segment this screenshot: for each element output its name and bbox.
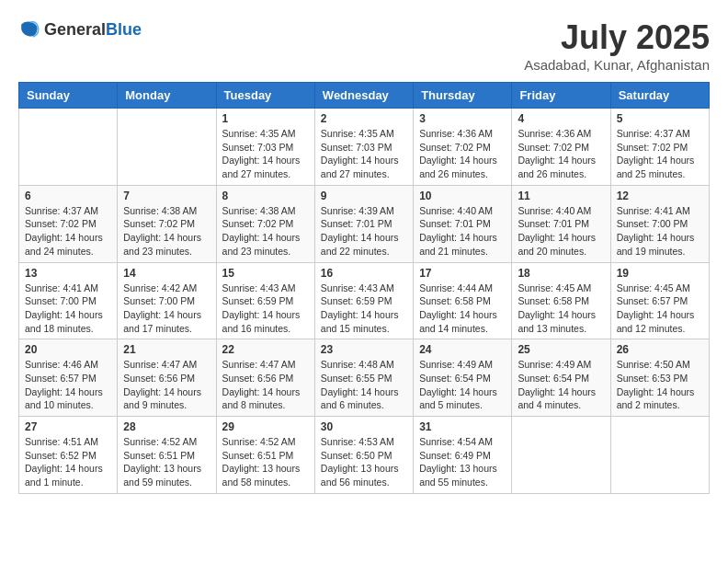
daylight: Daylight: 14 hours and 20 minutes.	[518, 232, 596, 257]
daylight: Daylight: 14 hours and 21 minutes.	[419, 232, 497, 257]
cell-content: Sunrise: 4:39 AM Sunset: 7:01 PM Dayligh…	[321, 204, 407, 259]
calendar-cell: 11 Sunrise: 4:40 AM Sunset: 7:01 PM Dayl…	[512, 185, 610, 262]
day-number: 17	[419, 267, 506, 280]
sunrise: Sunrise: 4:38 AM	[222, 205, 296, 216]
sunrise: Sunrise: 4:51 AM	[25, 436, 98, 447]
cell-content: Sunrise: 4:46 AM Sunset: 6:57 PM Dayligh…	[25, 358, 111, 412]
sunrise: Sunrise: 4:40 AM	[518, 205, 591, 216]
sunrise: Sunrise: 4:45 AM	[518, 282, 591, 293]
daylight: Daylight: 13 hours and 56 minutes.	[321, 463, 399, 488]
daylight: Daylight: 14 hours and 8 minutes.	[222, 386, 301, 411]
weekday-header-sunday: Sunday	[19, 83, 118, 109]
logo-blue: Blue	[106, 20, 142, 39]
daylight: Daylight: 14 hours and 24 minutes.	[25, 232, 103, 257]
day-number: 9	[321, 190, 407, 202]
calendar-cell: 10 Sunrise: 4:40 AM Sunset: 7:01 PM Dayl…	[414, 185, 512, 262]
day-number: 12	[617, 190, 703, 202]
month-title: July 2025	[524, 18, 710, 57]
sunrise: Sunrise: 4:49 AM	[419, 359, 493, 370]
sunrise: Sunrise: 4:52 AM	[123, 436, 197, 447]
sunrise: Sunrise: 4:48 AM	[321, 359, 394, 370]
calendar-cell: 31 Sunrise: 4:54 AM Sunset: 6:49 PM Dayl…	[414, 417, 512, 494]
sunrise: Sunrise: 4:54 AM	[419, 436, 493, 447]
sunrise: Sunrise: 4:35 AM	[222, 128, 296, 139]
cell-content: Sunrise: 4:41 AM Sunset: 7:00 PM Dayligh…	[617, 204, 703, 259]
cell-content: Sunrise: 4:54 AM Sunset: 6:49 PM Dayligh…	[419, 435, 506, 489]
daylight: Daylight: 14 hours and 27 minutes.	[222, 155, 301, 179]
calendar-cell: 1 Sunrise: 4:35 AM Sunset: 7:03 PM Dayli…	[216, 109, 314, 186]
day-number: 5	[617, 112, 703, 125]
cell-content: Sunrise: 4:41 AM Sunset: 7:00 PM Dayligh…	[25, 282, 111, 336]
sunrise: Sunrise: 4:40 AM	[419, 205, 493, 216]
daylight: Daylight: 14 hours and 4 minutes.	[518, 386, 596, 411]
sunrise: Sunrise: 4:36 AM	[518, 128, 591, 139]
sunset: Sunset: 6:53 PM	[617, 373, 688, 384]
calendar-cell: 12 Sunrise: 4:41 AM Sunset: 7:00 PM Dayl…	[610, 185, 709, 262]
sunset: Sunset: 6:54 PM	[419, 373, 491, 384]
day-number: 30	[321, 420, 407, 433]
sunrise: Sunrise: 4:37 AM	[617, 128, 690, 139]
logo-icon	[18, 18, 40, 40]
calendar-cell: 22 Sunrise: 4:47 AM Sunset: 6:56 PM Dayl…	[216, 339, 314, 417]
day-number: 21	[123, 343, 210, 356]
sunrise: Sunrise: 4:49 AM	[518, 359, 591, 370]
day-number: 23	[321, 343, 407, 356]
day-number: 18	[518, 267, 604, 280]
daylight: Daylight: 13 hours and 59 minutes.	[123, 463, 201, 488]
daylight: Daylight: 14 hours and 15 minutes.	[321, 309, 399, 334]
cell-content: Sunrise: 4:35 AM Sunset: 7:03 PM Dayligh…	[222, 127, 309, 181]
weekday-header-row: SundayMondayTuesdayWednesdayThursdayFrid…	[19, 83, 710, 109]
calendar-cell: 17 Sunrise: 4:44 AM Sunset: 6:58 PM Dayl…	[414, 262, 512, 339]
sunset: Sunset: 7:01 PM	[321, 218, 392, 229]
sunset: Sunset: 6:49 PM	[419, 450, 491, 461]
sunset: Sunset: 6:57 PM	[617, 295, 688, 306]
location: Asadabad, Kunar, Afghanistan	[524, 57, 710, 73]
sunrise: Sunrise: 4:43 AM	[321, 282, 394, 293]
sunset: Sunset: 7:02 PM	[25, 218, 97, 229]
calendar-cell: 9 Sunrise: 4:39 AM Sunset: 7:01 PM Dayli…	[314, 185, 413, 262]
calendar-cell: 23 Sunrise: 4:48 AM Sunset: 6:55 PM Dayl…	[314, 339, 413, 417]
sunrise: Sunrise: 4:47 AM	[123, 359, 197, 370]
sunset: Sunset: 6:56 PM	[123, 373, 195, 384]
logo-general: General	[44, 20, 106, 39]
calendar-cell	[118, 109, 216, 186]
sunrise: Sunrise: 4:38 AM	[123, 205, 197, 216]
weekday-header-wednesday: Wednesday	[314, 83, 413, 109]
day-number: 2	[321, 112, 407, 125]
cell-content: Sunrise: 4:43 AM Sunset: 6:59 PM Dayligh…	[222, 282, 309, 336]
day-number: 19	[617, 267, 703, 280]
weekday-header-friday: Friday	[512, 83, 610, 109]
sunrise: Sunrise: 4:41 AM	[617, 205, 690, 216]
weekday-header-thursday: Thursday	[414, 83, 512, 109]
calendar-cell: 5 Sunrise: 4:37 AM Sunset: 7:02 PM Dayli…	[610, 109, 709, 186]
daylight: Daylight: 13 hours and 55 minutes.	[419, 463, 497, 488]
day-number: 14	[123, 267, 210, 280]
cell-content: Sunrise: 4:53 AM Sunset: 6:50 PM Dayligh…	[321, 435, 407, 489]
sunset: Sunset: 6:52 PM	[25, 450, 97, 461]
cell-content: Sunrise: 4:36 AM Sunset: 7:02 PM Dayligh…	[419, 127, 506, 181]
day-number: 8	[222, 190, 309, 202]
sunset: Sunset: 7:03 PM	[321, 142, 392, 153]
calendar-cell: 20 Sunrise: 4:46 AM Sunset: 6:57 PM Dayl…	[19, 339, 118, 417]
cell-content: Sunrise: 4:51 AM Sunset: 6:52 PM Dayligh…	[25, 435, 111, 489]
sunset: Sunset: 7:02 PM	[419, 142, 491, 153]
daylight: Daylight: 14 hours and 18 minutes.	[25, 309, 103, 334]
sunset: Sunset: 7:00 PM	[123, 295, 195, 306]
sunrise: Sunrise: 4:39 AM	[321, 205, 394, 216]
calendar-week-row: 20 Sunrise: 4:46 AM Sunset: 6:57 PM Dayl…	[19, 339, 710, 417]
cell-content: Sunrise: 4:37 AM Sunset: 7:02 PM Dayligh…	[617, 127, 703, 181]
sunrise: Sunrise: 4:45 AM	[617, 282, 690, 293]
calendar-cell	[19, 109, 118, 186]
calendar-week-row: 6 Sunrise: 4:37 AM Sunset: 7:02 PM Dayli…	[19, 185, 710, 262]
daylight: Daylight: 14 hours and 22 minutes.	[321, 232, 399, 257]
sunset: Sunset: 6:59 PM	[222, 295, 294, 306]
day-number: 13	[25, 267, 111, 280]
day-number: 26	[617, 343, 703, 356]
cell-content: Sunrise: 4:40 AM Sunset: 7:01 PM Dayligh…	[419, 204, 506, 259]
day-number: 10	[419, 190, 506, 202]
day-number: 3	[419, 112, 506, 125]
daylight: Daylight: 14 hours and 27 minutes.	[321, 155, 399, 179]
day-number: 16	[321, 267, 407, 280]
day-number: 31	[419, 420, 506, 433]
sunset: Sunset: 7:01 PM	[518, 218, 589, 229]
